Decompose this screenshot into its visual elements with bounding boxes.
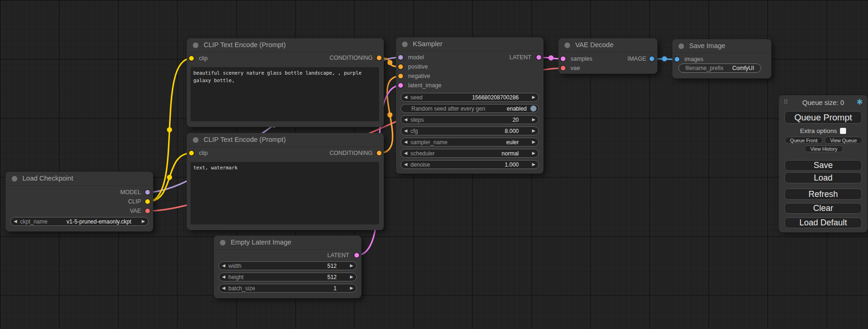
node-vae-decode[interactable]: VAE Decode samples vae IMAGE [558, 38, 657, 74]
node-ksampler[interactable]: KSampler model positive negative latent_… [396, 37, 543, 174]
view-queue-button[interactable]: View Queue [825, 137, 862, 144]
decrement-icon[interactable]: ◀ [219, 273, 228, 281]
increment-icon[interactable]: ▶ [529, 127, 538, 135]
widget-cfg[interactable]: ◀ cfg 8.000 ▶ [401, 126, 539, 135]
queue-prompt-button[interactable]: Queue Prompt [784, 111, 862, 124]
decrement-icon[interactable]: ◀ [219, 262, 228, 270]
comfyui-canvas[interactable]: { "icons": { "arrow_left": "◀", "arrow_r… [0, 0, 868, 329]
node-save-image[interactable]: Save Image images filename_prefix ComfyU… [672, 39, 771, 78]
input-label-clip: clip [199, 149, 208, 157]
input-label-clip: clip [199, 54, 208, 63]
widget-label: denoise [410, 161, 430, 168]
increment-icon[interactable]: ▶ [529, 138, 538, 146]
widget-sampler-name[interactable]: ◀ sampler_name euler ▶ [401, 138, 539, 147]
widget-label: scheduler [410, 150, 435, 157]
positive-prompt-textarea[interactable]: beautiful scenery nature glass bottle la… [191, 67, 379, 121]
input-port-latent-image[interactable] [398, 83, 403, 88]
queue-front-button[interactable]: Queue Front [785, 137, 823, 144]
widget-seed[interactable]: ◀ seed 156680208700286 ▶ [401, 93, 539, 102]
input-port-clip[interactable] [189, 151, 194, 155]
decrement-icon[interactable]: ◀ [219, 284, 228, 292]
negative-prompt-textarea[interactable]: text, watermark [191, 162, 379, 224]
output-label-latent: LATENT [509, 53, 531, 62]
load-button[interactable]: Load [784, 172, 862, 183]
toggle-dot-icon[interactable] [530, 105, 536, 112]
save-button[interactable]: Save [784, 160, 862, 171]
output-port-image[interactable] [649, 56, 654, 61]
output-port-model[interactable] [145, 190, 150, 195]
increment-icon[interactable]: ▶ [347, 262, 356, 270]
output-port-latent[interactable] [354, 253, 359, 258]
widget-label: filename_prefix [685, 65, 723, 71]
wire-midpoint-dot [388, 112, 393, 118]
output-port-conditioning[interactable] [377, 151, 381, 155]
collapse-dot-icon[interactable] [565, 42, 570, 48]
widget-batch-size[interactable]: ◀ batch_size 1 ▶ [219, 284, 357, 293]
node-title: Load Checkpoint [22, 175, 73, 182]
node-load-checkpoint[interactable]: Load Checkpoint MODEL CLIP VAE ◀ ckpt_na… [6, 172, 153, 231]
increment-icon[interactable]: ▶ [529, 116, 538, 124]
widget-label: batch_size [228, 285, 255, 292]
collapse-dot-icon[interactable] [220, 240, 226, 245]
widget-filename-prefix[interactable]: filename_prefix ComfyUI [678, 63, 761, 73]
widget-width[interactable]: ◀ width 512 ▶ [219, 261, 357, 270]
decrement-icon[interactable]: ◀ [11, 217, 20, 225]
decrement-icon[interactable]: ◀ [401, 116, 410, 124]
collapse-dot-icon[interactable] [12, 176, 17, 182]
increment-icon[interactable]: ▶ [529, 93, 538, 101]
decrement-icon[interactable]: ◀ [401, 149, 410, 157]
node-title: CLIP Text Encode (Prompt) [204, 41, 286, 49]
refresh-button[interactable]: Refresh [784, 189, 862, 200]
increment-icon[interactable]: ▶ [529, 149, 538, 157]
decrement-icon[interactable]: ◀ [401, 93, 410, 101]
input-port-images[interactable] [675, 57, 679, 62]
widget-label: sampler_name [410, 139, 447, 146]
widget-value: 1.000 [505, 161, 521, 168]
input-port-model[interactable] [398, 55, 403, 60]
widget-steps[interactable]: ◀ steps 20 ▶ [401, 115, 539, 124]
input-port-samples[interactable] [561, 56, 565, 61]
increment-icon[interactable]: ▶ [139, 217, 148, 225]
output-port-latent[interactable] [536, 55, 541, 60]
widget-height[interactable]: ◀ height 512 ▶ [219, 273, 357, 281]
output-port-conditioning[interactable] [377, 56, 381, 60]
input-port-negative[interactable] [398, 74, 403, 78]
node-title: Save Image [689, 42, 725, 49]
node-clip-text-encode-negative[interactable]: CLIP Text Encode (Prompt) clip CONDITION… [187, 133, 384, 230]
node-empty-latent-image[interactable]: Empty Latent Image LATENT ◀ width 512 ▶ … [214, 236, 361, 298]
widget-ckpt-name[interactable]: ◀ ckpt_name v1-5-pruned-emaonly.ckpt ▶ [10, 217, 148, 226]
decrement-icon[interactable]: ◀ [401, 127, 410, 135]
node-title-bar: KSampler [396, 37, 543, 51]
wire-midpoint-dot [549, 56, 554, 61]
collapse-dot-icon[interactable] [193, 137, 198, 143]
decrement-icon[interactable]: ◀ [401, 138, 410, 146]
output-port-clip[interactable] [145, 199, 150, 204]
extra-options-checkbox[interactable] [840, 128, 846, 134]
extra-options-label: Extra options [800, 127, 837, 134]
widget-scheduler[interactable]: ◀ scheduler normal ▶ [401, 149, 539, 158]
collapse-dot-icon[interactable] [678, 43, 684, 49]
node-clip-text-encode-positive[interactable]: CLIP Text Encode (Prompt) clip CONDITION… [187, 38, 384, 127]
increment-icon[interactable]: ▶ [529, 161, 538, 168]
output-port-vae[interactable] [145, 209, 150, 213]
increment-icon[interactable]: ▶ [347, 273, 356, 281]
widget-value: 20 [513, 117, 521, 123]
wire-midpoint-dot [662, 56, 667, 62]
collapse-dot-icon[interactable] [193, 42, 198, 48]
queue-panel[interactable]: ⠿ Queue size: 0 ✱ Queue Prompt Extra opt… [779, 95, 868, 232]
widget-denoise[interactable]: ◀ denoise 1.000 ▶ [401, 160, 539, 169]
collapse-dot-icon[interactable] [402, 42, 408, 47]
view-history-button[interactable]: View History [804, 146, 843, 152]
widget-value: v1-5-pruned-emaonly.ckpt [66, 218, 133, 225]
clear-button[interactable]: Clear [784, 203, 862, 214]
gear-icon[interactable]: ✱ [857, 98, 863, 106]
load-default-button[interactable]: Load Default [784, 217, 862, 228]
input-port-clip[interactable] [189, 56, 194, 61]
widget-random-seed-toggle[interactable]: Random seed after every gen enabled [401, 104, 539, 113]
decrement-icon[interactable]: ◀ [401, 161, 410, 168]
input-port-positive[interactable] [398, 64, 403, 69]
increment-icon[interactable]: ▶ [347, 284, 356, 292]
output-label-model: MODEL [120, 188, 141, 196]
input-port-vae[interactable] [561, 66, 565, 70]
input-label-model: model [408, 53, 424, 62]
